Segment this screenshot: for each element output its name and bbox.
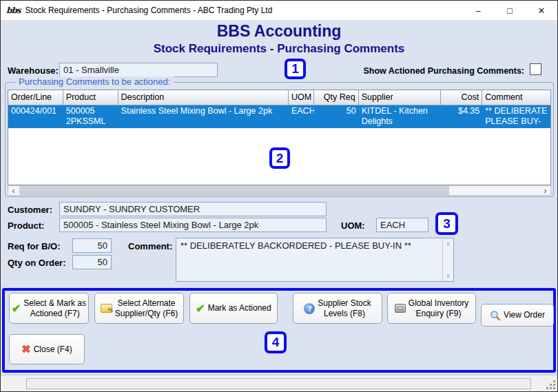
cell-description: Stainless Steel Mixing Bowl - Large 2pk	[118, 105, 289, 128]
comment-text: ** DELIBERATELY BACKORDERED - PLEASE BUY…	[180, 240, 411, 251]
status-panel	[26, 378, 531, 389]
customer-label: Customer:	[8, 205, 52, 215]
column-header-order-line[interactable]: Order/Line	[8, 90, 63, 105]
check-icon: ✔	[12, 303, 21, 314]
column-header-product[interactable]: Product	[63, 90, 118, 105]
cell-uom: EACH	[289, 105, 314, 128]
show-actioned-label: Show Actioned Purchasing Comments:	[363, 66, 524, 76]
status-bar	[1, 375, 557, 391]
scroll-down-icon[interactable]: ∨	[443, 271, 453, 280]
resize-grip[interactable]	[546, 380, 555, 389]
bbs-logo-icon: bbs	[6, 6, 21, 15]
annotation-1: 1	[285, 59, 306, 79]
cell-supplier: KITDEL - Kitchen Delights	[359, 105, 442, 128]
select-mark-actioned-button[interactable]: ✔ Select & Mark as Actioned (F7)	[9, 293, 89, 324]
warehouse-field[interactable]: 01 - Smallville	[59, 63, 218, 77]
qty-on-order-field[interactable]: 50	[72, 255, 112, 269]
maximize-button[interactable]: □	[494, 1, 526, 20]
req-for-bo-field[interactable]: 50	[72, 238, 112, 253]
scrollbar-thumb[interactable]	[19, 186, 449, 195]
show-actioned-checkbox[interactable]	[530, 63, 541, 75]
groupbox-title: Purchasing Comments to be actioned:	[15, 76, 174, 87]
column-header-comment[interactable]: Comment	[482, 90, 550, 105]
table-header-row: Order/Line Product Description UOM Qty R…	[8, 90, 550, 105]
close-button[interactable]: ✖ Close (F4)	[9, 334, 85, 364]
magnifier-icon	[490, 310, 501, 321]
req-for-bo-label: Req for B/O:	[8, 241, 61, 251]
annotation-3: 3	[435, 212, 458, 235]
supplier-stock-levels-button[interactable]: ? Supplier Stock Levels (F8)	[293, 293, 382, 324]
uom-field[interactable]: EACH	[376, 218, 428, 232]
scroll-left-icon[interactable]: ‹	[8, 186, 19, 195]
select-alternate-supplier-button[interactable]: ✎ Select Alternate Supplier/Qty (F6)	[94, 293, 184, 324]
mark-actioned-button[interactable]: ✔ Mark as Actioned	[189, 293, 278, 324]
qty-on-order-label: Qty on Order:	[8, 258, 66, 268]
inventory-box-icon	[395, 304, 406, 313]
product-field[interactable]: 500005 - Stainless Steel Mixing Bowl - L…	[59, 218, 327, 232]
warehouse-label: Warehouse:	[8, 65, 59, 76]
comments-table: Order/Line Product Description UOM Qty R…	[8, 90, 551, 185]
app-title: BBS Accounting	[1, 22, 557, 41]
view-order-button[interactable]: View Order	[481, 304, 554, 327]
column-header-cost[interactable]: Cost	[441, 90, 482, 105]
uom-label: UOM:	[341, 220, 365, 231]
comment-textarea[interactable]: ** DELIBERATELY BACKORDERED - PLEASE BUY…	[176, 238, 454, 282]
horizontal-scrollbar[interactable]: ‹ ›	[8, 185, 551, 196]
product-label: Product:	[8, 220, 44, 231]
comment-label: Comment:	[128, 241, 172, 251]
scroll-up-icon[interactable]: ∧	[443, 239, 453, 249]
note-pencil-icon: ✎	[101, 304, 112, 313]
check-icon: ✔	[196, 303, 205, 314]
column-header-qty-req[interactable]: Qty Req	[314, 90, 359, 105]
global-inventory-enquiry-button[interactable]: Global Inventory Enquiry (F9)	[387, 293, 476, 324]
customer-field[interactable]: SUNDRY - SUNDRY CUSTOMER	[59, 202, 327, 216]
close-window-button[interactable]: ✕	[526, 1, 557, 20]
cell-cost: $4.35	[441, 105, 482, 128]
close-x-icon: ✖	[21, 344, 30, 355]
comment-vertical-scrollbar[interactable]: ∧ ∨	[442, 238, 453, 281]
app-window: bbs Stock Requirements - Purchasing Comm…	[0, 0, 558, 392]
cell-qty-req: 50	[314, 105, 359, 128]
minimize-button[interactable]: –	[462, 1, 494, 20]
cell-order-line: 000424/001	[8, 105, 63, 128]
annotation-2: 2	[269, 147, 290, 169]
column-header-uom[interactable]: UOM	[289, 90, 314, 105]
question-icon: ?	[304, 303, 315, 314]
scroll-right-icon[interactable]: ›	[540, 186, 550, 195]
window-title: Stock Requirements - Purchasing Comments…	[25, 6, 273, 15]
column-header-description[interactable]: Description	[118, 90, 289, 105]
cell-product: 500005 2PKSSML	[63, 105, 118, 128]
table-row[interactable]: 000424/001 500005 2PKSSML Stainless Stee…	[8, 105, 550, 128]
column-header-supplier[interactable]: Supplier	[359, 90, 442, 105]
screen-title: Stock Requirements - Purchasing Comments	[1, 42, 557, 56]
title-bar: bbs Stock Requirements - Purchasing Comm…	[1, 1, 557, 20]
annotation-4: 4	[265, 331, 287, 353]
cell-comment: ** DELIBERATE PLEASE BUY-IN	[482, 105, 550, 128]
